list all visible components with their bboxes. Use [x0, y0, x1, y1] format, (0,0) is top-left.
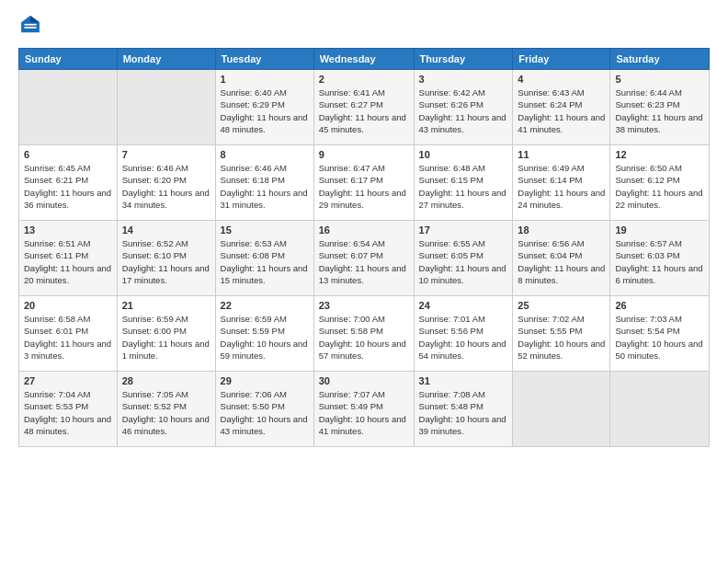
day-detail: Sunrise: 6:57 AM Sunset: 6:03 PM Dayligh…	[615, 237, 704, 286]
calendar-cell: 20Sunrise: 6:58 AM Sunset: 6:01 PM Dayli…	[19, 296, 118, 372]
day-number: 31	[419, 375, 508, 386]
calendar-cell: 15Sunrise: 6:53 AM Sunset: 6:08 PM Dayli…	[215, 221, 313, 296]
calendar-cell: 14Sunrise: 6:52 AM Sunset: 6:10 PM Dayli…	[117, 221, 215, 296]
calendar-week-0: 1Sunrise: 6:40 AM Sunset: 6:29 PM Daylig…	[19, 70, 710, 145]
calendar-cell: 4Sunrise: 6:43 AM Sunset: 6:24 PM Daylig…	[513, 70, 610, 145]
day-detail: Sunrise: 6:46 AM Sunset: 6:20 PM Dayligh…	[122, 162, 210, 211]
day-number: 3	[419, 74, 508, 85]
calendar-header-monday: Monday	[117, 49, 215, 70]
calendar-header-thursday: Thursday	[414, 49, 513, 70]
calendar-cell: 25Sunrise: 7:02 AM Sunset: 5:55 PM Dayli…	[513, 296, 610, 372]
day-number: 27	[24, 375, 112, 386]
day-detail: Sunrise: 6:52 AM Sunset: 6:10 PM Dayligh…	[122, 237, 210, 286]
day-number: 15	[221, 224, 309, 236]
calendar-week-3: 20Sunrise: 6:58 AM Sunset: 6:01 PM Dayli…	[19, 296, 710, 372]
header	[18, 15, 710, 39]
calendar-cell: 10Sunrise: 6:48 AM Sunset: 6:15 PM Dayli…	[414, 145, 513, 221]
day-detail: Sunrise: 7:01 AM Sunset: 5:56 PM Dayligh…	[419, 313, 508, 362]
calendar-cell: 22Sunrise: 6:59 AM Sunset: 5:59 PM Dayli…	[215, 296, 313, 372]
calendar-cell: 13Sunrise: 6:51 AM Sunset: 6:11 PM Dayli…	[19, 221, 118, 296]
calendar-cell	[513, 372, 610, 447]
day-detail: Sunrise: 6:51 AM Sunset: 6:11 PM Dayligh…	[24, 237, 112, 286]
day-detail: Sunrise: 7:08 AM Sunset: 5:48 PM Dayligh…	[419, 388, 508, 437]
calendar-cell: 28Sunrise: 7:05 AM Sunset: 5:52 PM Dayli…	[117, 372, 215, 447]
calendar-cell: 12Sunrise: 6:50 AM Sunset: 6:12 PM Dayli…	[610, 145, 710, 221]
svg-rect-3	[24, 27, 36, 29]
calendar-cell: 27Sunrise: 7:04 AM Sunset: 5:53 PM Dayli…	[19, 372, 118, 447]
day-number: 19	[615, 224, 704, 236]
svg-rect-2	[24, 24, 36, 26]
day-detail: Sunrise: 7:02 AM Sunset: 5:55 PM Dayligh…	[518, 313, 605, 362]
day-detail: Sunrise: 7:03 AM Sunset: 5:54 PM Dayligh…	[615, 313, 704, 362]
calendar-cell: 23Sunrise: 7:00 AM Sunset: 5:58 PM Dayli…	[313, 296, 414, 372]
calendar-cell	[610, 372, 710, 447]
day-number: 30	[319, 375, 409, 386]
calendar-cell: 11Sunrise: 6:49 AM Sunset: 6:14 PM Dayli…	[513, 145, 610, 221]
day-detail: Sunrise: 6:44 AM Sunset: 6:23 PM Dayligh…	[615, 86, 704, 135]
day-number: 1	[221, 74, 309, 85]
day-detail: Sunrise: 6:42 AM Sunset: 6:26 PM Dayligh…	[419, 86, 508, 135]
day-number: 16	[319, 224, 409, 236]
calendar-cell: 1Sunrise: 6:40 AM Sunset: 6:29 PM Daylig…	[215, 70, 313, 145]
calendar-cell: 7Sunrise: 6:46 AM Sunset: 6:20 PM Daylig…	[117, 145, 215, 221]
calendar-header-saturday: Saturday	[610, 49, 710, 70]
calendar-cell: 9Sunrise: 6:47 AM Sunset: 6:17 PM Daylig…	[313, 145, 414, 221]
calendar-week-1: 6Sunrise: 6:45 AM Sunset: 6:21 PM Daylig…	[19, 145, 710, 221]
calendar-cell: 5Sunrise: 6:44 AM Sunset: 6:23 PM Daylig…	[610, 70, 710, 145]
page: SundayMondayTuesdayWednesdayThursdayFrid…	[0, 0, 728, 563]
day-detail: Sunrise: 6:50 AM Sunset: 6:12 PM Dayligh…	[615, 162, 704, 211]
day-detail: Sunrise: 6:49 AM Sunset: 6:14 PM Dayligh…	[518, 162, 605, 211]
calendar-cell: 3Sunrise: 6:42 AM Sunset: 6:26 PM Daylig…	[414, 70, 513, 145]
day-number: 21	[122, 300, 210, 311]
logo-icon	[20, 15, 40, 35]
calendar-header-friday: Friday	[513, 49, 610, 70]
calendar-cell: 17Sunrise: 6:55 AM Sunset: 6:05 PM Dayli…	[414, 221, 513, 296]
calendar-cell	[117, 70, 215, 145]
day-number: 6	[24, 149, 112, 160]
logo	[18, 15, 44, 39]
day-detail: Sunrise: 6:46 AM Sunset: 6:18 PM Dayligh…	[221, 162, 309, 211]
calendar-header-sunday: Sunday	[19, 49, 118, 70]
day-detail: Sunrise: 6:58 AM Sunset: 6:01 PM Dayligh…	[24, 313, 112, 362]
day-number: 23	[319, 300, 409, 311]
calendar-week-4: 27Sunrise: 7:04 AM Sunset: 5:53 PM Dayli…	[19, 372, 710, 447]
calendar-cell: 24Sunrise: 7:01 AM Sunset: 5:56 PM Dayli…	[414, 296, 513, 372]
day-number: 18	[518, 224, 605, 236]
day-number: 7	[122, 149, 210, 160]
day-number: 9	[319, 149, 409, 160]
day-detail: Sunrise: 6:48 AM Sunset: 6:15 PM Dayligh…	[419, 162, 508, 211]
day-number: 12	[615, 149, 704, 160]
day-detail: Sunrise: 6:56 AM Sunset: 6:04 PM Dayligh…	[518, 237, 605, 286]
calendar-cell: 29Sunrise: 7:06 AM Sunset: 5:50 PM Dayli…	[215, 372, 313, 447]
calendar-header-tuesday: Tuesday	[215, 49, 313, 70]
calendar-cell: 2Sunrise: 6:41 AM Sunset: 6:27 PM Daylig…	[313, 70, 414, 145]
day-number: 4	[518, 74, 605, 85]
calendar-header-wednesday: Wednesday	[313, 49, 414, 70]
day-detail: Sunrise: 6:45 AM Sunset: 6:21 PM Dayligh…	[24, 162, 112, 211]
calendar-cell: 16Sunrise: 6:54 AM Sunset: 6:07 PM Dayli…	[313, 221, 414, 296]
day-number: 10	[419, 149, 508, 160]
svg-marker-1	[30, 16, 40, 22]
day-number: 20	[24, 300, 112, 311]
calendar-cell: 26Sunrise: 7:03 AM Sunset: 5:54 PM Dayli…	[610, 296, 710, 372]
day-detail: Sunrise: 6:59 AM Sunset: 5:59 PM Dayligh…	[221, 313, 309, 362]
day-number: 24	[419, 300, 508, 311]
day-detail: Sunrise: 7:06 AM Sunset: 5:50 PM Dayligh…	[221, 388, 309, 437]
day-number: 25	[518, 300, 605, 311]
day-number: 11	[518, 149, 605, 160]
day-detail: Sunrise: 6:41 AM Sunset: 6:27 PM Dayligh…	[319, 86, 409, 135]
day-detail: Sunrise: 7:07 AM Sunset: 5:49 PM Dayligh…	[319, 388, 409, 437]
calendar-cell: 19Sunrise: 6:57 AM Sunset: 6:03 PM Dayli…	[610, 221, 710, 296]
day-detail: Sunrise: 7:00 AM Sunset: 5:58 PM Dayligh…	[319, 313, 409, 362]
day-number: 17	[419, 224, 508, 236]
day-detail: Sunrise: 7:05 AM Sunset: 5:52 PM Dayligh…	[122, 388, 210, 437]
day-number: 5	[615, 74, 704, 85]
day-number: 2	[319, 74, 409, 85]
calendar-cell: 6Sunrise: 6:45 AM Sunset: 6:21 PM Daylig…	[19, 145, 118, 221]
day-detail: Sunrise: 6:53 AM Sunset: 6:08 PM Dayligh…	[221, 237, 309, 286]
day-detail: Sunrise: 6:54 AM Sunset: 6:07 PM Dayligh…	[319, 237, 409, 286]
day-number: 28	[122, 375, 210, 386]
day-detail: Sunrise: 6:59 AM Sunset: 6:00 PM Dayligh…	[122, 313, 210, 362]
calendar-cell: 8Sunrise: 6:46 AM Sunset: 6:18 PM Daylig…	[215, 145, 313, 221]
calendar-cell: 21Sunrise: 6:59 AM Sunset: 6:00 PM Dayli…	[117, 296, 215, 372]
